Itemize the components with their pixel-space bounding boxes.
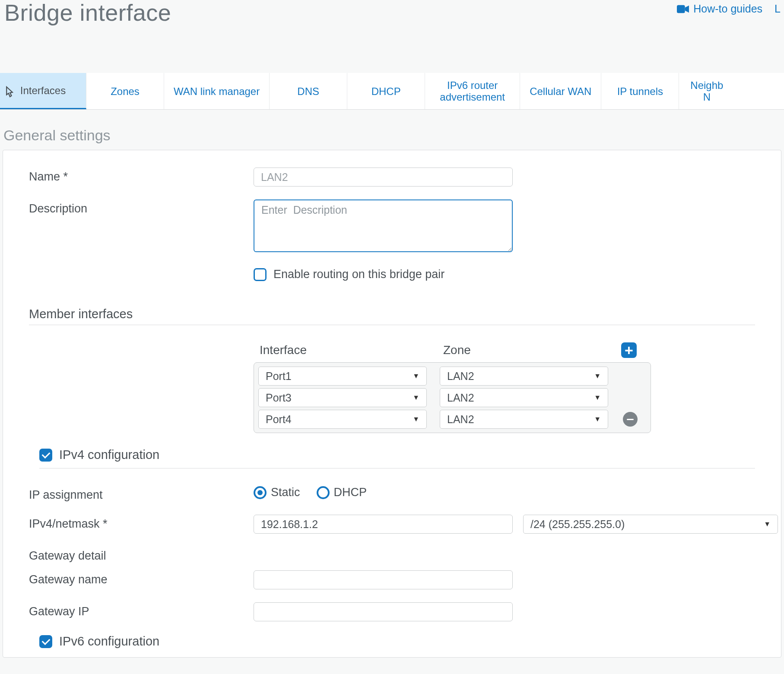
select-value: LAN2 bbox=[447, 392, 474, 404]
video-icon bbox=[677, 5, 689, 13]
add-member-button[interactable] bbox=[621, 342, 637, 358]
page-title: Bridge interface bbox=[4, 0, 171, 25]
remove-member-button[interactable] bbox=[623, 412, 638, 427]
ipv4-config-checkbox[interactable] bbox=[39, 449, 52, 462]
description-textarea[interactable] bbox=[254, 199, 513, 252]
member-zone-select[interactable]: LAN2▼ bbox=[440, 388, 608, 407]
general-settings-panel: Name * Description Enable routing on thi… bbox=[3, 150, 781, 658]
tab-label: IP tunnels bbox=[617, 85, 663, 98]
select-value: LAN2 bbox=[447, 413, 474, 426]
tab-label: NeighbN bbox=[690, 79, 723, 103]
member-col-zone: Zone bbox=[443, 343, 618, 357]
table-row: Port4▼ LAN2▼ bbox=[257, 408, 648, 430]
member-interface-select[interactable]: Port3▼ bbox=[258, 388, 427, 407]
member-zone-select[interactable]: LAN2▼ bbox=[440, 367, 608, 386]
ip-assignment-label: IP assignment bbox=[29, 486, 254, 502]
tab-label: DNS bbox=[297, 85, 319, 98]
tab-cellular-wan[interactable]: Cellular WAN bbox=[520, 73, 601, 109]
member-interfaces-table: Port1▼ LAN2▼ Port3▼ LAN2▼ Port4▼ LAN2▼ bbox=[254, 362, 651, 433]
chevron-down-icon: ▼ bbox=[413, 415, 419, 423]
gateway-detail-label: Gateway detail bbox=[29, 547, 254, 563]
howto-guides-label: How-to guides bbox=[693, 3, 762, 15]
enable-routing-label: Enable routing on this bridge pair bbox=[273, 268, 444, 281]
tab-label: IPv6 routeradvertisement bbox=[440, 79, 505, 103]
tab-interfaces[interactable]: Interfaces bbox=[0, 73, 86, 109]
chevron-down-icon: ▼ bbox=[764, 520, 771, 528]
ipv4-netmask-label: IPv4/netmask * bbox=[29, 515, 254, 531]
tabs-bar: Interfaces Zones WAN link manager DNS DH… bbox=[0, 73, 784, 110]
tab-label: Cellular WAN bbox=[530, 85, 591, 98]
section-heading-general: General settings bbox=[3, 127, 784, 144]
chevron-down-icon: ▼ bbox=[594, 372, 601, 380]
ip-assignment-static-label: Static bbox=[271, 486, 300, 499]
chevron-down-icon: ▼ bbox=[594, 415, 601, 423]
tab-ipv6-ra[interactable]: IPv6 routeradvertisement bbox=[425, 73, 520, 109]
gateway-name-label: Gateway name bbox=[29, 570, 254, 586]
member-interfaces-heading: Member interfaces bbox=[29, 307, 755, 325]
tab-wan-link-manager[interactable]: WAN link manager bbox=[164, 73, 270, 109]
tab-zones[interactable]: Zones bbox=[86, 73, 164, 109]
tab-dhcp[interactable]: DHCP bbox=[347, 73, 425, 109]
member-interface-select[interactable]: Port4▼ bbox=[258, 410, 427, 429]
ipv6-config-checkbox[interactable] bbox=[39, 635, 52, 648]
cursor-icon bbox=[3, 86, 16, 103]
ipv6-config-label: IPv6 configuration bbox=[59, 634, 159, 649]
header-extra-link[interactable]: L bbox=[774, 3, 781, 15]
chevron-down-icon: ▼ bbox=[413, 394, 419, 402]
tab-ip-tunnels[interactable]: IP tunnels bbox=[601, 73, 679, 109]
member-col-interface: Interface bbox=[260, 343, 443, 357]
member-interface-select[interactable]: Port1▼ bbox=[258, 367, 427, 386]
tab-label: Interfaces bbox=[20, 85, 66, 97]
ip-assignment-dhcp-label: DHCP bbox=[334, 486, 367, 499]
chevron-down-icon: ▼ bbox=[413, 372, 419, 380]
table-row: Port1▼ LAN2▼ bbox=[257, 365, 648, 387]
tab-dns[interactable]: DNS bbox=[270, 73, 347, 109]
tab-label: Zones bbox=[111, 85, 140, 98]
netmask-select[interactable]: /24 (255.255.255.0) ▼ bbox=[523, 515, 778, 534]
gateway-ip-input[interactable] bbox=[254, 602, 513, 621]
gateway-name-input[interactable] bbox=[254, 570, 513, 589]
select-value: LAN2 bbox=[447, 370, 474, 383]
tab-label: DHCP bbox=[371, 85, 401, 98]
chevron-down-icon: ▼ bbox=[594, 394, 601, 402]
tab-label: WAN link manager bbox=[174, 85, 260, 98]
description-label: Description bbox=[29, 199, 254, 215]
select-value: Port4 bbox=[266, 413, 292, 426]
name-input[interactable] bbox=[254, 168, 513, 187]
ip-assignment-dhcp-radio[interactable] bbox=[317, 486, 330, 499]
ip-assignment-static-radio[interactable] bbox=[254, 486, 267, 499]
tab-neighbors[interactable]: NeighbN bbox=[679, 73, 734, 109]
howto-guides-link[interactable]: How-to guides bbox=[677, 3, 762, 15]
ipv4-config-label: IPv4 configuration bbox=[59, 448, 159, 462]
table-row: Port3▼ LAN2▼ bbox=[257, 387, 648, 408]
select-value: /24 (255.255.255.0) bbox=[530, 518, 625, 531]
gateway-ip-label: Gateway IP bbox=[29, 602, 254, 618]
select-value: Port1 bbox=[266, 370, 292, 383]
member-zone-select[interactable]: LAN2▼ bbox=[440, 410, 608, 429]
svg-rect-0 bbox=[677, 5, 685, 13]
enable-routing-checkbox[interactable] bbox=[254, 268, 267, 281]
name-label: Name * bbox=[29, 168, 254, 184]
select-value: Port3 bbox=[266, 392, 292, 404]
ipv4-address-input[interactable] bbox=[254, 515, 513, 534]
header-extra-label: L bbox=[774, 3, 781, 15]
